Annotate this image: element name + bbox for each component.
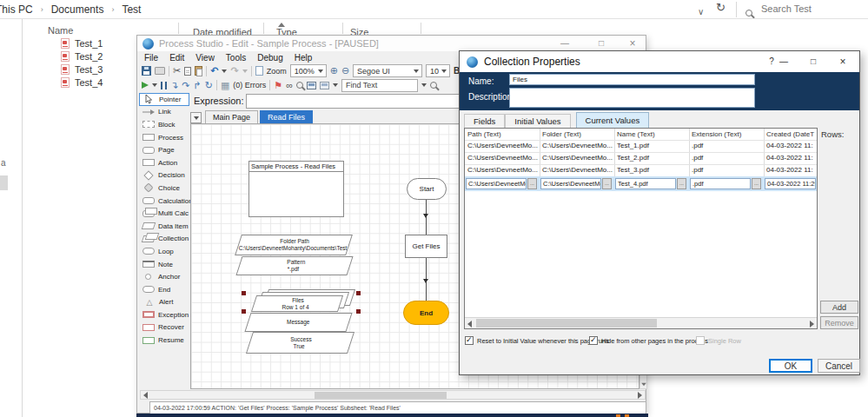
path-ellipsis-button[interactable]: ... [527,178,537,189]
file-row[interactable]: Test_3 [61,64,103,75]
tool-pointer[interactable]: Pointer [139,93,189,106]
cut-icon[interactable] [173,65,181,76]
address-dropdown-icon[interactable] [698,3,704,18]
checkbox-reset[interactable]: Reset to Initial Value whenever this pag… [465,336,609,345]
selection-handle[interactable] [356,291,361,295]
breadcrumb-documents[interactable]: Documents [51,3,104,16]
tab-main-page[interactable]: Main Page [205,110,258,123]
menu-debug[interactable]: Debug [257,53,282,63]
menu-help[interactable]: Help [295,53,313,63]
add-button[interactable]: Add [820,301,858,314]
breadcrumb-test[interactable]: Test [122,3,141,16]
table-hscrollbar[interactable] [465,317,817,328]
find-text-input[interactable]: Find Text [341,79,418,92]
find-icon[interactable] [296,82,303,89]
minimize-icon[interactable] [553,36,576,50]
reset-icon[interactable] [205,80,213,91]
zoom-in-icon[interactable] [330,65,338,76]
save-icon[interactable] [142,66,151,76]
undo-icon[interactable] [210,65,218,76]
checkbox-checked-icon[interactable] [589,336,598,345]
tab-read-files[interactable]: Read Files [260,110,313,123]
errors-count[interactable]: (0) Errors [233,81,266,89]
scroll-left-icon[interactable] [467,321,472,328]
collection-node-files[interactable]: Files Row 1 of 4 [251,295,343,312]
menu-view[interactable]: View [195,53,215,63]
name-input[interactable]: Files [509,74,755,85]
window-dropdown-icon[interactable] [333,83,338,87]
start-node[interactable]: Start [407,178,447,200]
tool-note[interactable]: Note [139,258,189,271]
tab-initial-values[interactable]: Initial Values [505,114,570,128]
show-window-icon[interactable] [307,82,316,89]
table-edit-row[interactable]: C:\Users\DevneetMohan ... C:\Users\Devne… [465,176,817,191]
tool-process[interactable]: Process [139,131,189,144]
tab-current-values[interactable]: Current Values [576,112,650,128]
menu-edit[interactable]: Edit [169,53,184,63]
help-icon[interactable] [765,55,778,69]
selection-handle[interactable] [242,291,246,295]
cancel-button[interactable]: Cancel [818,359,860,373]
table-hscroll-thumb[interactable] [476,319,657,328]
find-next-icon[interactable] [430,82,437,89]
print-icon[interactable] [155,67,165,75]
remove-button[interactable]: Remove [820,316,858,329]
col-folder[interactable]: Folder (Text) [540,129,614,140]
step-out-icon[interactable] [193,80,201,91]
tool-alert[interactable]: △Alert [139,296,189,309]
studio-titlebar[interactable]: Process Studio - Edit - Sample Process -… [137,36,646,51]
tool-end[interactable]: End [139,283,189,296]
selection-handle[interactable] [356,309,361,314]
tab-fields[interactable]: Fields [464,114,505,128]
action-node-get-files[interactable]: Get Files [405,235,447,258]
end-node[interactable]: End [403,301,449,325]
checkbox-checked-icon[interactable] [465,336,474,345]
tool-action[interactable]: Action [139,156,189,169]
refresh-icon[interactable] [716,2,726,14]
col-created[interactable]: Created (DateT [764,129,817,140]
data-item-message[interactable]: Message [244,313,352,332]
tool-page[interactable]: Page [139,143,189,156]
menu-file[interactable]: File [144,53,158,63]
scroll-right-icon[interactable] [638,392,642,399]
col-extension[interactable]: Extension (Text) [689,129,764,140]
note-node[interactable]: Sample Process - Read Files [248,161,344,217]
tool-loop[interactable]: Loop [139,245,189,258]
menu-tools[interactable]: Tools [226,53,246,63]
step-over-icon[interactable] [182,80,189,91]
tool-link[interactable]: Link [139,106,189,119]
tool-data-item[interactable]: Data Item [139,220,189,233]
folder-ellipsis-button[interactable]: ... [602,178,612,189]
tool-collection[interactable]: Collection [139,233,189,246]
zoom-select[interactable]: 100% [290,64,327,77]
snapshot-icon[interactable] [255,66,263,76]
edit-path-input[interactable]: C:\Users\DevneetMohan [466,178,527,189]
nav-scrollbar-thumb[interactable] [0,175,8,190]
ok-button[interactable]: OK [769,359,812,373]
breadcrumb-this-pc[interactable]: This PC [0,3,33,16]
validation-icon[interactable] [221,80,229,91]
edit-created-input[interactable]: 04-03-2022 11:29:25 [765,178,816,189]
breakpoint-flag-icon[interactable] [274,80,282,91]
tool-choice[interactable]: Choice [139,182,189,195]
selection-handle[interactable] [242,309,246,314]
dialog-close-icon[interactable] [832,55,854,69]
edit-folder-input[interactable]: C:\Users\DevneetMohan [540,178,601,189]
maximize-icon[interactable] [590,36,613,50]
col-path[interactable]: Path (Text) [465,129,540,140]
file-row[interactable]: Test_2 [61,51,103,62]
search-input[interactable]: Search Test [761,3,812,14]
data-item-pattern[interactable]: Pattern *.pdf [235,256,353,275]
font-size-select[interactable]: 10 [426,64,450,77]
tool-exception[interactable]: Exception [139,308,189,321]
data-item-folder-path[interactable]: Folder Path C:\Users\DevneetMohanty\Docu… [235,235,353,255]
close-icon[interactable] [621,36,644,50]
scroll-right-icon[interactable] [810,321,814,328]
watch-icon[interactable] [286,80,293,91]
zoom-out-icon[interactable] [341,65,349,76]
description-input[interactable] [509,88,755,108]
tool-recover[interactable]: Recover [139,321,189,334]
tool-resume[interactable]: Resume [139,334,189,347]
tool-calculation[interactable]: Calculation [139,195,189,208]
pause-icon[interactable] [161,82,167,89]
